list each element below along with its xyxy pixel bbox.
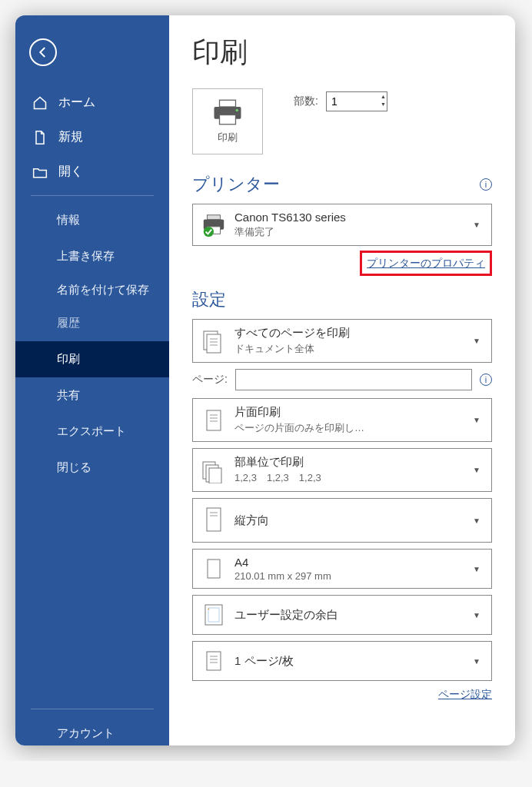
sidebar-item-share[interactable]: 共有 bbox=[15, 377, 169, 413]
single-side-icon bbox=[201, 407, 227, 433]
sidebar-item-save[interactable]: 上書き保存 bbox=[15, 238, 169, 274]
printer-name: Canon TS6130 series bbox=[234, 211, 462, 224]
margins-icon: * bbox=[201, 602, 227, 628]
chevron-down-icon: ▼ bbox=[470, 565, 484, 573]
print-range-sub: ドキュメント全体 bbox=[234, 342, 462, 356]
page-setup-link[interactable]: ページ設定 bbox=[438, 688, 492, 700]
svg-rect-5 bbox=[208, 214, 221, 219]
print-backstage-window: ホーム 新規 開く 情報 上書き保存 名前を付けて保存 履歴 印刷 共有 エクス… bbox=[15, 15, 515, 745]
print-range-select[interactable]: すべてのページを印刷 ドキュメント全体 ▼ bbox=[192, 319, 492, 363]
svg-rect-13 bbox=[207, 410, 221, 430]
svg-rect-9 bbox=[207, 334, 221, 353]
collate-main: 部単位で印刷 bbox=[234, 455, 462, 470]
pages-label: ページ: bbox=[192, 373, 228, 387]
svg-rect-19 bbox=[209, 468, 221, 483]
collate-icon bbox=[201, 457, 227, 483]
pages-per-sheet-select[interactable]: 1 ページ/枚 ▼ bbox=[192, 641, 492, 681]
orientation-main: 縦方向 bbox=[234, 513, 462, 528]
back-button[interactable] bbox=[29, 38, 57, 66]
settings-section-title: 設定 bbox=[192, 288, 492, 311]
back-arrow-icon bbox=[36, 45, 50, 59]
sidebar-item-info[interactable]: 情報 bbox=[15, 202, 169, 238]
copies-spinner-arrows[interactable]: ▲ ▼ bbox=[381, 93, 386, 108]
printer-section-title: プリンター i bbox=[192, 173, 492, 196]
sidebar-separator bbox=[31, 709, 154, 709]
print-button[interactable]: 印刷 bbox=[192, 88, 263, 154]
printer-status: 準備完了 bbox=[234, 225, 462, 239]
pages-input[interactable] bbox=[235, 369, 472, 390]
printer-select[interactable]: Canon TS6130 series 準備完了 ▼ bbox=[192, 204, 492, 246]
margins-main: ユーザー設定の余白 bbox=[234, 608, 462, 623]
margins-select[interactable]: * ユーザー設定の余白 ▼ bbox=[192, 595, 492, 635]
svg-rect-20 bbox=[207, 508, 221, 531]
sidebar: ホーム 新規 開く 情報 上書き保存 名前を付けて保存 履歴 印刷 共有 エクス… bbox=[15, 15, 169, 745]
home-icon bbox=[32, 95, 48, 111]
chevron-down-icon: ▼ bbox=[470, 337, 484, 345]
printer-ready-icon bbox=[201, 212, 227, 238]
sidebar-item-label: 開く bbox=[58, 164, 83, 180]
svg-rect-23 bbox=[208, 560, 220, 578]
copies-stepper[interactable]: ▲ ▼ bbox=[326, 91, 387, 111]
duplex-main: 片面印刷 bbox=[234, 405, 462, 420]
info-icon[interactable]: i bbox=[480, 178, 492, 191]
portrait-icon bbox=[201, 505, 227, 536]
document-icon bbox=[32, 130, 48, 145]
svg-point-3 bbox=[236, 109, 239, 112]
sidebar-item-saveas[interactable]: 名前を付けて保存 bbox=[15, 274, 169, 305]
paper-main: A4 bbox=[234, 556, 462, 569]
collate-sub: 1,2,3 1,2,3 1,2,3 bbox=[234, 471, 462, 485]
sidebar-item-close[interactable]: 閉じる bbox=[15, 450, 169, 486]
svg-rect-0 bbox=[220, 100, 236, 107]
print-range-main: すべてのページを印刷 bbox=[234, 326, 462, 340]
svg-rect-27 bbox=[207, 652, 221, 670]
chevron-down-icon: ▼ bbox=[470, 611, 484, 619]
chevron-up-icon[interactable]: ▲ bbox=[381, 93, 386, 101]
printer-properties-link[interactable]: プリンターのプロパティ bbox=[367, 257, 485, 269]
duplex-select[interactable]: 片面印刷 ページの片面のみを印刷し… ▼ bbox=[192, 398, 492, 442]
sidebar-item-new[interactable]: 新規 bbox=[15, 120, 169, 154]
sidebar-item-open[interactable]: 開く bbox=[15, 154, 169, 189]
one-page-icon bbox=[201, 648, 227, 674]
chevron-down-icon: ▼ bbox=[470, 657, 484, 666]
orientation-select[interactable]: 縦方向 ▼ bbox=[192, 498, 492, 543]
folder-open-icon bbox=[32, 164, 48, 180]
copies-label: 部数: bbox=[294, 95, 318, 108]
main-panel: 印刷 印刷 部数: ▲ ▼ bbox=[169, 15, 515, 745]
sidebar-item-export[interactable]: エクスポート bbox=[15, 413, 169, 450]
chevron-down-icon: ▼ bbox=[470, 416, 484, 424]
chevron-down-icon: ▼ bbox=[470, 221, 484, 229]
sidebar-item-account[interactable]: アカウント bbox=[15, 716, 169, 745]
sidebar-item-history[interactable]: 履歴 bbox=[15, 305, 169, 341]
sidebar-item-print[interactable]: 印刷 bbox=[15, 341, 169, 377]
sidebar-item-label: 新規 bbox=[58, 129, 83, 145]
svg-point-7 bbox=[204, 226, 214, 236]
chevron-down-icon: ▼ bbox=[470, 466, 484, 474]
svg-rect-2 bbox=[220, 115, 236, 125]
print-button-label: 印刷 bbox=[218, 131, 238, 144]
page-title: 印刷 bbox=[192, 34, 492, 71]
sidebar-separator bbox=[31, 195, 154, 196]
highlight-annotation: プリンターのプロパティ bbox=[360, 251, 492, 276]
info-icon[interactable]: i bbox=[480, 374, 492, 386]
pages-stack-icon bbox=[201, 328, 227, 354]
paper-sub: 210.01 mm x 297 mm bbox=[234, 570, 462, 582]
collate-select[interactable]: 部単位で印刷 1,2,3 1,2,3 1,2,3 ▼ bbox=[192, 448, 492, 492]
pages-per-sheet-main: 1 ページ/枚 bbox=[234, 654, 462, 669]
paper-size-icon bbox=[201, 556, 227, 582]
sidebar-item-label: ホーム bbox=[58, 95, 95, 111]
chevron-down-icon[interactable]: ▼ bbox=[381, 101, 386, 108]
copies-input[interactable] bbox=[326, 91, 387, 111]
chevron-down-icon: ▼ bbox=[470, 516, 484, 525]
paper-select[interactable]: A4 210.01 mm x 297 mm ▼ bbox=[192, 549, 492, 589]
duplex-sub: ページの片面のみを印刷し… bbox=[234, 421, 462, 435]
sidebar-item-home[interactable]: ホーム bbox=[15, 85, 169, 120]
printer-icon bbox=[211, 98, 244, 126]
svg-text:*: * bbox=[208, 607, 210, 613]
